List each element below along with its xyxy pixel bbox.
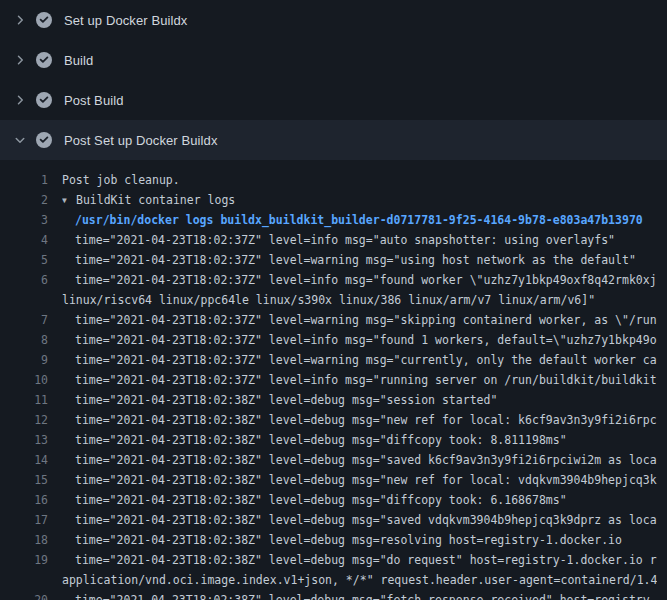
log-line: 20 time="2021-04-23T18:02:38Z" level=deb… [0, 590, 667, 600]
log-line: 16 time="2021-04-23T18:02:38Z" level=deb… [0, 490, 667, 510]
chevron-icon[interactable] [14, 14, 36, 26]
log-text: time="2021-04-23T18:02:38Z" level=debug … [62, 390, 497, 410]
step-row[interactable]: Post Build [0, 80, 667, 120]
group-toggle-icon[interactable]: ▼ [62, 191, 76, 210]
step-label: Set up Docker Buildx [64, 13, 187, 28]
check-circle-icon [36, 132, 64, 148]
check-circle-icon [36, 12, 64, 28]
log-text: /usr/bin/docker logs buildx_buildkit_bui… [62, 210, 643, 230]
line-number[interactable]: 2 [0, 190, 48, 210]
log-line: 2 ▼BuildKit container logs [0, 190, 667, 210]
workflow-steps: Set up Docker Buildx Build P [0, 0, 667, 160]
line-number[interactable]: 6 [0, 270, 48, 290]
log-line: 15 time="2021-04-23T18:02:38Z" level=deb… [0, 470, 667, 490]
log-text: time="2021-04-23T18:02:38Z" level=debug … [62, 590, 650, 600]
log-text: time="2021-04-23T18:02:38Z" level=debug … [62, 410, 657, 430]
step-label: Build [64, 53, 93, 68]
group-label[interactable]: BuildKit container logs [76, 193, 235, 207]
check-circle-icon [36, 52, 64, 68]
line-number[interactable]: 19 [0, 550, 48, 570]
log-text: time="2021-04-23T18:02:37Z" level=warnin… [62, 350, 657, 370]
log-text: time="2021-04-23T18:02:37Z" level=warnin… [62, 250, 636, 270]
log-text: time="2021-04-23T18:02:37Z" level=info m… [62, 330, 657, 350]
log-text: linux/riscv64 linux/ppc64le linux/s390x … [62, 290, 595, 310]
log-line: 1 Post job cleanup. [0, 170, 667, 190]
line-number[interactable]: 20 [0, 590, 48, 600]
line-number[interactable]: 13 [0, 430, 48, 450]
log-text: Post job cleanup. [62, 170, 180, 190]
line-number[interactable]: 3 [0, 210, 48, 230]
line-number[interactable]: 9 [0, 350, 48, 370]
log-line: 19 time="2021-04-23T18:02:38Z" level=deb… [0, 550, 667, 570]
log-line: 18 time="2021-04-23T18:02:38Z" level=deb… [0, 530, 667, 550]
line-number[interactable]: 7 [0, 310, 48, 330]
log-line: 7 time="2021-04-23T18:02:37Z" level=warn… [0, 310, 667, 330]
line-number[interactable]: 8 [0, 330, 48, 350]
log-line: 14 time="2021-04-23T18:02:38Z" level=deb… [0, 450, 667, 470]
line-number[interactable]: 1 [0, 170, 48, 190]
step-row[interactable]: Build [0, 40, 667, 80]
log-line: 3 /usr/bin/docker logs buildx_buildkit_b… [0, 210, 667, 230]
log-text: time="2021-04-23T18:02:38Z" level=debug … [62, 530, 622, 550]
line-number[interactable]: 17 [0, 510, 48, 530]
line-number[interactable]: 10 [0, 370, 48, 390]
log-text: time="2021-04-23T18:02:38Z" level=debug … [62, 450, 657, 470]
log-line: 17 time="2021-04-23T18:02:38Z" level=deb… [0, 510, 667, 530]
line-number[interactable]: 5 [0, 250, 48, 270]
log-line: 8 time="2021-04-23T18:02:37Z" level=info… [0, 330, 667, 350]
log-text: time="2021-04-23T18:02:38Z" level=debug … [62, 470, 657, 490]
chevron-icon[interactable] [14, 134, 36, 146]
log-line: 4 time="2021-04-23T18:02:37Z" level=info… [0, 230, 667, 250]
log-text: ▼BuildKit container logs [62, 190, 235, 210]
log-text: time="2021-04-23T18:02:37Z" level=info m… [62, 270, 657, 290]
log-text: time="2021-04-23T18:02:37Z" level=warnin… [62, 310, 657, 330]
log-text: time="2021-04-23T18:02:38Z" level=debug … [62, 550, 657, 570]
log-text: application/vnd.oci.image.index.v1+json,… [62, 570, 657, 590]
log-line: 5 time="2021-04-23T18:02:37Z" level=warn… [0, 250, 667, 270]
log-text: time="2021-04-23T18:02:37Z" level=info m… [62, 370, 657, 390]
line-number[interactable]: 12 [0, 410, 48, 430]
line-number[interactable]: 4 [0, 230, 48, 250]
log-text: time="2021-04-23T18:02:38Z" level=debug … [62, 510, 657, 530]
log-text: time="2021-04-23T18:02:38Z" level=debug … [62, 430, 567, 450]
log-line: 11 time="2021-04-23T18:02:38Z" level=deb… [0, 390, 667, 410]
chevron-icon[interactable] [14, 94, 36, 106]
step-label: Post Set up Docker Buildx [64, 133, 218, 148]
line-number[interactable]: 18 [0, 530, 48, 550]
log-text: time="2021-04-23T18:02:38Z" level=debug … [62, 490, 567, 510]
line-number[interactable]: 15 [0, 470, 48, 490]
line-number[interactable]: 14 [0, 450, 48, 470]
log-text: time="2021-04-23T18:02:37Z" level=info m… [62, 230, 615, 250]
line-number[interactable] [0, 290, 48, 310]
log-line: application/vnd.oci.image.index.v1+json,… [0, 570, 667, 590]
log-line: 10 time="2021-04-23T18:02:37Z" level=inf… [0, 370, 667, 390]
check-circle-icon [36, 92, 64, 108]
step-row[interactable]: Set up Docker Buildx [0, 0, 667, 40]
log-line: 9 time="2021-04-23T18:02:37Z" level=warn… [0, 350, 667, 370]
line-number[interactable]: 16 [0, 490, 48, 510]
log-line: 13 time="2021-04-23T18:02:38Z" level=deb… [0, 430, 667, 450]
chevron-icon[interactable] [14, 54, 36, 66]
line-number[interactable] [0, 570, 48, 590]
log-line: linux/riscv64 linux/ppc64le linux/s390x … [0, 290, 667, 310]
log-line: 12 time="2021-04-23T18:02:38Z" level=deb… [0, 410, 667, 430]
step-row[interactable]: Post Set up Docker Buildx [0, 120, 667, 160]
line-number[interactable]: 11 [0, 390, 48, 410]
log-line: 6 time="2021-04-23T18:02:37Z" level=info… [0, 270, 667, 290]
log-area: 1 Post job cleanup. 2 ▼BuildKit containe… [0, 160, 667, 600]
step-label: Post Build [64, 93, 124, 108]
workflow-log-viewer: Set up Docker Buildx Build P [0, 0, 667, 600]
